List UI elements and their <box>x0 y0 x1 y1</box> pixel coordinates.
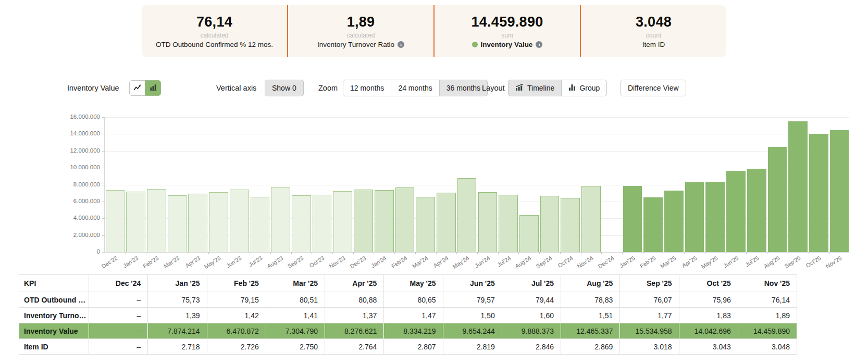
y-axis-tick-label: 14.000.000 <box>53 130 100 136</box>
bar[interactable] <box>106 190 125 252</box>
y-axis-tick-label: 4.000.000 <box>53 215 100 221</box>
y-axis-tick <box>102 134 105 134</box>
series-dot-icon <box>472 42 478 47</box>
bar[interactable] <box>768 147 787 252</box>
info-icon[interactable]: i <box>536 41 542 48</box>
axis-tick <box>229 252 229 254</box>
table-row[interactable]: OTD Outbound …–75,7379,1580,5180,8880,65… <box>19 292 797 308</box>
table-cell: 2.869 <box>561 339 620 355</box>
bar[interactable] <box>726 171 746 252</box>
gridline <box>105 151 849 152</box>
table-cell: 2.819 <box>443 339 502 355</box>
gridline <box>105 117 849 118</box>
axis-tick <box>250 252 250 254</box>
bar[interactable] <box>478 192 498 252</box>
table-header-row: KPIDec '24Jan '25Feb '25Mar '25Apr '25Ma… <box>19 275 797 292</box>
table-cell: 1,60 <box>502 308 561 323</box>
kpi-column-header: KPI <box>19 275 89 292</box>
row-label[interactable]: Inventory Value <box>19 323 89 339</box>
layout-group-button[interactable]: Group <box>561 80 607 96</box>
kpi-card-item-id: 3.048 count Item ID <box>581 5 726 57</box>
kpi-aggregation: count <box>646 32 661 39</box>
kpi-value: 76,14 <box>196 14 232 30</box>
kpi-card-turnover: 1,89 calculated Inventory Turnover Ratio… <box>288 5 435 57</box>
table-row[interactable]: Inventory Turno…–1,391,421,411,371,471,5… <box>19 308 797 323</box>
bar[interactable] <box>561 198 580 252</box>
bar[interactable] <box>747 169 766 252</box>
table-row[interactable]: Item ID–2.7182.7262.7502.7642.8072.8192.… <box>19 339 797 355</box>
table-cell: 1,77 <box>620 308 679 323</box>
layout-timeline-button[interactable]: Timeline <box>508 80 562 96</box>
bar[interactable] <box>788 121 808 252</box>
kpi-value: 1,89 <box>347 14 375 30</box>
bar[interactable] <box>830 130 849 252</box>
kpi-aggregation: calculated <box>200 32 228 39</box>
info-icon[interactable]: i <box>398 41 404 48</box>
bar[interactable] <box>168 195 187 252</box>
kpi-value: 3.048 <box>636 14 672 30</box>
bar[interactable] <box>643 197 663 252</box>
bar[interactable] <box>416 197 435 252</box>
bar[interactable] <box>540 196 560 252</box>
axis-tick <box>270 252 271 254</box>
show-zero-button[interactable]: Show 0 <box>265 80 304 96</box>
table-body: OTD Outbound …–75,7379,1580,5180,8880,65… <box>19 292 797 355</box>
bar[interactable] <box>375 190 394 252</box>
bar[interactable] <box>685 182 704 252</box>
table-cell: 79,15 <box>207 292 266 308</box>
bar[interactable] <box>499 195 518 252</box>
axis-tick <box>394 252 395 254</box>
y-axis-tick-label: 10.000.000 <box>53 164 100 170</box>
bar[interactable] <box>581 186 601 252</box>
row-label[interactable]: Item ID <box>19 339 89 355</box>
bar[interactable] <box>623 186 642 252</box>
line-chart-icon <box>133 84 141 93</box>
series-label: Inventory Value <box>67 84 119 92</box>
bar[interactable] <box>457 178 477 252</box>
layout-option-label: Group <box>579 84 600 92</box>
row-label[interactable]: OTD Outbound … <box>19 292 89 308</box>
bar[interactable] <box>251 197 270 252</box>
table-cell: – <box>89 308 148 323</box>
month-column-header: Jun '25 <box>443 275 502 292</box>
table-cell: 1,39 <box>148 308 207 323</box>
bar[interactable] <box>126 192 145 252</box>
bar[interactable] <box>519 215 539 252</box>
month-column-header: Feb '25 <box>207 275 266 292</box>
axis-tick <box>643 252 643 254</box>
table-row[interactable]: Inventory Value–7.874.2146.470.8727.304.… <box>19 323 797 339</box>
bar[interactable] <box>188 194 207 253</box>
bar[interactable] <box>437 193 456 252</box>
bar[interactable] <box>395 187 415 252</box>
bar[interactable] <box>705 182 725 252</box>
chart-type-bar-button[interactable] <box>145 80 161 96</box>
bar[interactable] <box>664 191 684 252</box>
table-cell: 79,57 <box>443 292 502 308</box>
bar[interactable] <box>354 190 373 252</box>
table-cell: 1,89 <box>738 308 797 323</box>
bar[interactable] <box>809 134 828 252</box>
difference-view-button[interactable]: Difference View <box>621 80 686 96</box>
table-cell: 1,42 <box>207 308 266 323</box>
axis-tick <box>705 252 705 254</box>
bar[interactable] <box>292 195 311 252</box>
table-cell: 1,51 <box>561 308 620 323</box>
axis-tick <box>291 252 292 254</box>
bar[interactable] <box>333 191 352 252</box>
bar[interactable] <box>147 189 166 252</box>
bar[interactable] <box>271 187 290 252</box>
axis-tick <box>518 252 519 254</box>
y-axis-tick <box>102 185 105 185</box>
bar[interactable] <box>209 192 228 252</box>
zoom-12-months-button[interactable]: 12 months <box>343 80 391 96</box>
bar[interactable] <box>313 195 332 252</box>
row-label[interactable]: Inventory Turno… <box>19 308 89 323</box>
axis-tick <box>436 252 437 254</box>
table-cell: – <box>89 292 148 308</box>
chart-type-line-button[interactable] <box>129 80 145 96</box>
axis-tick <box>560 252 561 254</box>
zoom-24-months-button[interactable]: 24 months <box>391 80 439 96</box>
bar[interactable] <box>230 190 249 252</box>
table-cell: 12.465.337 <box>561 323 620 339</box>
zoom-36-months-button[interactable]: 36 months <box>439 80 488 96</box>
